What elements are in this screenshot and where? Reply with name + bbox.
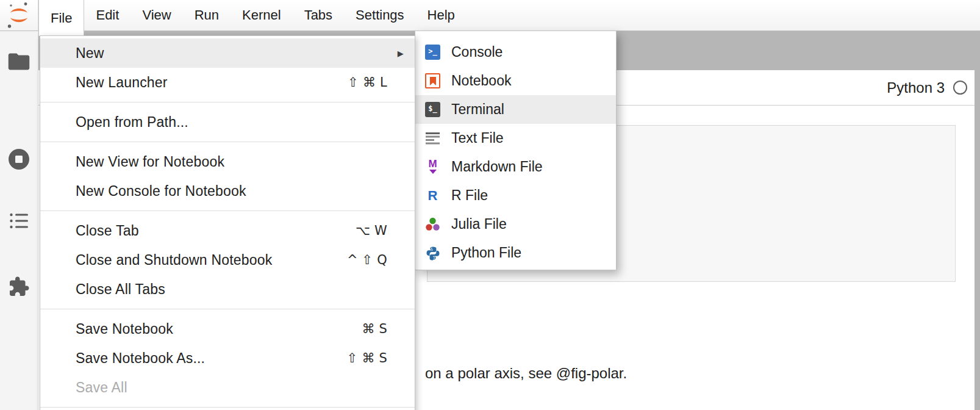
notebook-icon — [425, 73, 440, 88]
new-submenu: >_ Console Notebook $_ Terminal Text Fil… — [415, 31, 617, 270]
menu-help[interactable]: Help — [416, 0, 467, 31]
submenu-item-markdown-file[interactable]: M Markdown File — [415, 153, 616, 181]
python-file-icon — [425, 245, 440, 261]
menu-run[interactable]: Run — [183, 0, 231, 31]
shortcut-label: ⇧ ⌘ S — [347, 351, 387, 365]
submenu-item-python-file[interactable]: Python File — [415, 239, 616, 267]
folder-icon[interactable] — [8, 52, 30, 73]
menu-item-save-notebook-as[interactable]: Save Notebook As... ⇧ ⌘ S — [40, 343, 415, 373]
menu-file[interactable]: File — [38, 0, 84, 36]
menu-item-open-from-path[interactable]: Open from Path... — [40, 107, 415, 137]
menu-separator — [40, 210, 415, 211]
menu-bar: File Edit View Run Kernel Tabs Settings … — [0, 0, 980, 31]
submenu-item-r-file[interactable]: R R File — [415, 181, 616, 210]
menu-bar-items: File Edit View Run Kernel Tabs Settings … — [38, 0, 467, 31]
table-of-contents-icon[interactable] — [9, 212, 29, 232]
terminal-icon: $_ — [425, 102, 440, 117]
running-sessions-icon[interactable] — [6, 146, 32, 174]
file-menu-dropdown: New ▸ New Launcher ⇧ ⌘ L Open from Path.… — [40, 35, 415, 410]
submenu-item-notebook[interactable]: Notebook — [415, 67, 616, 95]
menu-item-new-launcher[interactable]: New Launcher ⇧ ⌘ L — [40, 68, 415, 97]
menu-item-save-notebook[interactable]: Save Notebook ⌘ S — [40, 314, 415, 343]
kernel-name[interactable]: Python 3 — [887, 79, 945, 96]
extension-manager-icon[interactable] — [8, 276, 30, 300]
menu-separator — [40, 142, 415, 142]
menu-item-close-all-tabs[interactable]: Close All Tabs — [40, 275, 415, 304]
kernel-status-icon[interactable] — [953, 81, 967, 95]
menu-separator — [40, 102, 415, 103]
activity-sidebar — [0, 31, 38, 410]
submenu-item-text-file[interactable]: Text File — [415, 124, 616, 153]
text-file-icon — [425, 131, 440, 146]
shortcut-label: ⇧ ⌘ L — [348, 75, 387, 90]
markdown-icon: M — [425, 159, 440, 174]
menu-item-new[interactable]: New ▸ — [40, 38, 415, 68]
menu-item-save-all: Save All — [40, 373, 415, 402]
menu-kernel[interactable]: Kernel — [231, 0, 293, 31]
shortcut-label: ⌘ S — [362, 322, 387, 336]
julia-file-icon — [425, 217, 440, 232]
r-file-icon: R — [425, 188, 440, 203]
menu-edit[interactable]: Edit — [84, 0, 131, 31]
jupyter-logo — [0, 0, 38, 31]
menu-item-new-view-for-notebook[interactable]: New View for Notebook — [40, 147, 415, 176]
submenu-arrow-icon: ▸ — [398, 46, 404, 60]
submenu-item-julia-file[interactable]: Julia File — [415, 210, 616, 239]
menu-item-close-and-shutdown-notebook[interactable]: Close and Shutdown Notebook ^ ⇧ Q — [40, 245, 415, 275]
menu-view[interactable]: View — [131, 0, 182, 31]
shortcut-label: ⌥ W — [356, 223, 387, 238]
submenu-item-console[interactable]: >_ Console — [415, 38, 616, 67]
menu-separator — [40, 407, 415, 408]
jupyterlab-window: Python 3 on a polar axis, see @fig-polar… — [0, 0, 980, 410]
menu-item-new-console-for-notebook[interactable]: New Console for Notebook — [40, 176, 415, 206]
submenu-item-terminal[interactable]: $_ Terminal — [415, 95, 616, 124]
menu-separator — [40, 309, 415, 309]
notebook-markdown-text: on a polar axis, see @fig-polar. — [425, 365, 627, 382]
menu-tabs[interactable]: Tabs — [293, 0, 344, 31]
shortcut-label: ^ ⇧ Q — [347, 253, 387, 267]
right-panel-edge — [975, 70, 980, 410]
menu-settings[interactable]: Settings — [344, 0, 416, 31]
console-icon: >_ — [425, 45, 440, 60]
menu-item-close-tab[interactable]: Close Tab ⌥ W — [40, 216, 415, 245]
